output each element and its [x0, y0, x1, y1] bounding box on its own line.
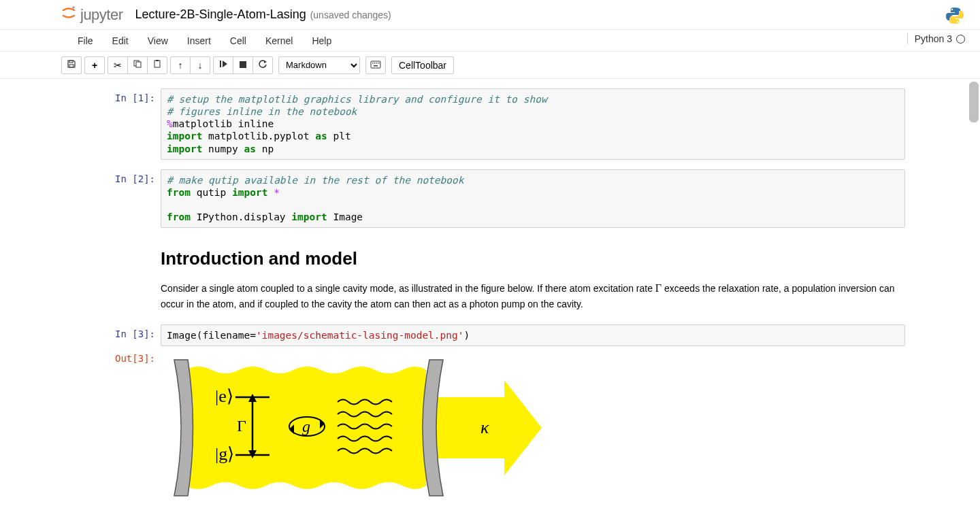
cut-button[interactable]: ✂	[108, 56, 128, 74]
move-down-button[interactable]: ↓	[190, 56, 210, 74]
cell-toolbar-button[interactable]: CellToolbar	[391, 56, 454, 74]
output-image: |e⟩ |g⟩ Γ g	[161, 353, 905, 506]
svg-rect-11	[240, 61, 246, 68]
menu-edit[interactable]: Edit	[103, 31, 138, 50]
svg-point-1	[951, 9, 953, 10]
cell-type-select[interactable]: Markdown	[278, 56, 360, 74]
menu-cell[interactable]: Cell	[220, 31, 256, 50]
notebook-scroll-area[interactable]: In [1]: # setup the matplotlib graphics …	[0, 79, 980, 506]
svg-rect-17	[378, 63, 380, 64]
save-icon	[67, 59, 76, 71]
g-coupling-label: g	[302, 418, 310, 435]
svg-point-0	[72, 6, 75, 9]
notebook-title[interactable]: Lecture-2B-Single-Atom-Lasing	[135, 7, 306, 22]
python-logo-icon	[945, 5, 965, 28]
code-cell[interactable]: In [1]: # setup the matplotlib graphics …	[65, 88, 915, 160]
svg-rect-13	[371, 61, 380, 68]
arrow-up-icon: ↑	[178, 60, 183, 71]
restart-button[interactable]	[252, 56, 273, 74]
kernel-status-icon	[956, 35, 965, 44]
section-paragraph: Consider a single atom coupled to a sing…	[161, 280, 905, 311]
empty-prompt	[65, 235, 161, 316]
menu-insert[interactable]: Insert	[178, 31, 220, 50]
run-button[interactable]	[213, 56, 233, 74]
restart-icon	[258, 59, 267, 71]
svg-point-2	[957, 21, 958, 22]
ket-g-label: |g⟩	[215, 444, 234, 464]
ket-e-label: |e⟩	[215, 386, 233, 406]
notebook-header: jupyter Lecture-2B-Single-Atom-Lasing (u…	[0, 0, 980, 30]
kernel-indicator[interactable]: Python 3	[907, 33, 965, 44]
paste-button[interactable]	[147, 56, 167, 74]
scrollbar-thumb[interactable]	[969, 82, 979, 122]
plus-icon: +	[92, 60, 97, 71]
save-button[interactable]	[61, 56, 82, 74]
svg-rect-14	[372, 63, 374, 64]
code-cell[interactable]: In [3]: Image(filename='images/schematic…	[65, 324, 915, 346]
code-input[interactable]: # make qutip available in the rest of th…	[161, 169, 905, 229]
add-cell-button[interactable]: +	[84, 56, 105, 74]
jupyter-logo-text: jupyter	[80, 6, 123, 24]
menubar: File Edit View Insert Cell Kernel Help P…	[0, 30, 980, 52]
save-status: (unsaved changes)	[310, 10, 391, 20]
markdown-cell[interactable]: Introduction and model Consider a single…	[65, 235, 915, 316]
menu-file[interactable]: File	[68, 31, 103, 50]
svg-rect-3	[69, 61, 73, 63]
stop-button[interactable]	[233, 56, 253, 74]
menu-help[interactable]: Help	[302, 31, 341, 50]
cut-icon: ✂	[114, 60, 122, 71]
output-cell: Out[3]:	[65, 349, 915, 506]
svg-rect-7	[154, 61, 160, 67]
kernel-name: Python 3	[915, 33, 952, 44]
svg-rect-15	[374, 63, 376, 64]
svg-rect-6	[136, 62, 141, 67]
run-icon	[218, 59, 228, 71]
in-prompt: In [1]:	[65, 88, 161, 160]
kappa-label: κ	[480, 418, 489, 437]
arrow-down-icon: ↓	[198, 60, 203, 71]
paste-icon	[152, 59, 162, 71]
code-input[interactable]: Image(filename='images/schematic-lasing-…	[161, 324, 905, 346]
toolbar: + ✂ ↑ ↓ Markdown	[0, 52, 980, 79]
code-cell[interactable]: In [2]: # make qutip available in the re…	[65, 169, 915, 229]
svg-marker-10	[223, 61, 227, 67]
menu-view[interactable]: View	[138, 31, 178, 50]
keyboard-icon	[370, 60, 381, 71]
in-prompt: In [2]:	[65, 169, 161, 229]
section-heading: Introduction and model	[161, 248, 905, 269]
svg-rect-9	[220, 61, 221, 67]
svg-marker-12	[264, 61, 267, 63]
svg-rect-8	[156, 60, 159, 61]
gamma-label: Γ	[237, 417, 246, 435]
jupyter-logo[interactable]: jupyter	[61, 5, 123, 24]
in-prompt: In [3]:	[65, 324, 161, 346]
command-palette-button[interactable]	[365, 56, 386, 74]
svg-rect-16	[376, 63, 378, 64]
code-input[interactable]: # setup the matplotlib graphics library …	[161, 88, 905, 160]
move-up-button[interactable]: ↑	[170, 56, 191, 74]
copy-button[interactable]	[127, 56, 148, 74]
copy-icon	[133, 59, 142, 71]
out-prompt: Out[3]:	[65, 349, 161, 506]
stop-icon	[239, 60, 247, 71]
jupyter-icon	[61, 5, 76, 24]
menu-kernel[interactable]: Kernel	[256, 31, 302, 50]
svg-rect-18	[374, 65, 378, 67]
